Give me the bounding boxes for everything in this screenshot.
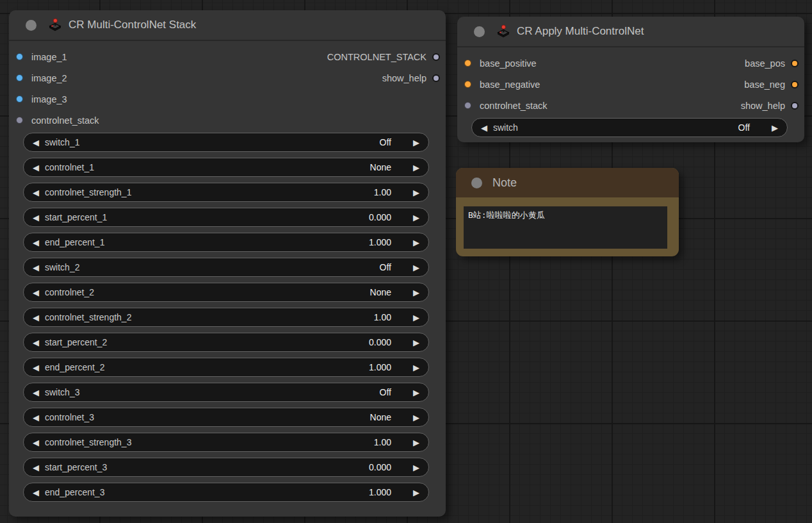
decrement-arrow-icon[interactable]: ◀ <box>33 238 39 247</box>
image-port-dot[interactable] <box>16 74 23 81</box>
widget-controlnet-strength-1[interactable]: ◀ controlnet_strength_1 1.00 ▶ <box>23 183 429 202</box>
conditioning-port-dot[interactable] <box>791 60 799 67</box>
joystick-icon <box>496 24 510 38</box>
stack-port-dot[interactable] <box>16 117 23 124</box>
output-port-controlnet-stack[interactable]: CONTROLNET_STACK <box>327 52 446 62</box>
output-port-base-pos[interactable]: base_pos <box>745 58 804 69</box>
increment-arrow-icon[interactable]: ▶ <box>413 363 419 372</box>
widget-controlnet-strength-2[interactable]: ◀ controlnet_strength_2 1.00 ▶ <box>23 308 429 327</box>
node-cr-apply-multi-controlnet[interactable]: CR Apply Multi-ControlNet base_positive … <box>457 17 804 142</box>
decrement-arrow-icon[interactable]: ◀ <box>33 163 39 172</box>
increment-arrow-icon[interactable]: ▶ <box>413 338 419 347</box>
input-port-controlnet-stack[interactable]: controlnet_stack <box>457 101 548 111</box>
widget-value: Off <box>380 137 391 147</box>
widget-label: controlnet_3 <box>45 412 370 422</box>
stack-port-dot[interactable] <box>464 102 471 109</box>
node-note[interactable]: Note B站:啦啦啦的小黄瓜 <box>456 168 679 256</box>
widget-label: end_percent_2 <box>45 362 369 372</box>
input-port-label: image_3 <box>31 94 67 104</box>
input-port-base-negative[interactable]: base_negative <box>457 79 540 90</box>
widget-controlnet-3[interactable]: ◀ controlnet_3 None ▶ <box>23 408 429 427</box>
widget-switch-3[interactable]: ◀ switch_3 Off ▶ <box>23 383 429 402</box>
increment-arrow-icon[interactable]: ▶ <box>413 188 419 197</box>
collapse-dot[interactable] <box>471 178 482 188</box>
input-port-controlnet-stack[interactable]: controlnet_stack <box>9 115 99 126</box>
input-port-image-2[interactable]: image_2 <box>9 73 67 83</box>
widget-start-percent-1[interactable]: ◀ start_percent_1 0.000 ▶ <box>23 208 429 227</box>
increment-arrow-icon[interactable]: ▶ <box>413 388 419 397</box>
increment-arrow-icon[interactable]: ▶ <box>413 288 419 297</box>
widget-value: None <box>370 287 391 297</box>
increment-arrow-icon[interactable]: ▶ <box>413 413 419 422</box>
decrement-arrow-icon[interactable]: ◀ <box>33 363 39 372</box>
node-title-text: Note <box>492 176 517 190</box>
ports-section: image_1 CONTROLNET_STACK image_2 show_he… <box>9 41 446 131</box>
node-titlebar[interactable]: CR Apply Multi-ControlNet <box>457 17 804 47</box>
output-port-base-neg[interactable]: base_neg <box>744 79 804 90</box>
decrement-arrow-icon[interactable]: ◀ <box>33 488 39 497</box>
increment-arrow-icon[interactable]: ▶ <box>413 238 419 247</box>
widget-controlnet-2[interactable]: ◀ controlnet_2 None ▶ <box>23 283 429 302</box>
stack-port-dot[interactable] <box>432 74 440 82</box>
port-row: image_2 show_help <box>9 67 446 88</box>
increment-arrow-icon[interactable]: ▶ <box>413 213 419 222</box>
increment-arrow-icon[interactable]: ▶ <box>413 313 419 322</box>
decrement-arrow-icon[interactable]: ◀ <box>33 213 39 222</box>
input-port-label: controlnet_stack <box>480 101 548 111</box>
widget-controlnet-1[interactable]: ◀ controlnet_1 None ▶ <box>23 158 429 177</box>
stack-port-dot[interactable] <box>432 53 440 61</box>
decrement-arrow-icon[interactable]: ◀ <box>481 124 487 132</box>
conditioning-port-dot[interactable] <box>464 81 471 88</box>
increment-arrow-icon[interactable]: ▶ <box>772 124 778 132</box>
widget-end-percent-1[interactable]: ◀ end_percent_1 1.000 ▶ <box>23 233 429 252</box>
decrement-arrow-icon[interactable]: ◀ <box>33 463 39 472</box>
stack-port-dot[interactable] <box>791 102 799 110</box>
decrement-arrow-icon[interactable]: ◀ <box>33 338 39 347</box>
decrement-arrow-icon[interactable]: ◀ <box>33 263 39 272</box>
widget-start-percent-2[interactable]: ◀ start_percent_2 0.000 ▶ <box>23 333 429 352</box>
decrement-arrow-icon[interactable]: ◀ <box>33 388 39 397</box>
increment-arrow-icon[interactable]: ▶ <box>413 488 419 497</box>
conditioning-port-dot[interactable] <box>464 60 471 67</box>
decrement-arrow-icon[interactable]: ◀ <box>33 138 39 147</box>
widget-end-percent-3[interactable]: ◀ end_percent_3 1.000 ▶ <box>23 483 429 502</box>
note-textarea[interactable]: B站:啦啦啦的小黄瓜 <box>464 206 667 249</box>
input-port-image-3[interactable]: image_3 <box>9 94 67 104</box>
widget-switch-1[interactable]: ◀ switch_1 Off ▶ <box>23 133 429 152</box>
widget-label: end_percent_1 <box>45 237 369 247</box>
decrement-arrow-icon[interactable]: ◀ <box>33 313 39 322</box>
input-port-base-positive[interactable]: base_positive <box>457 58 537 69</box>
increment-arrow-icon[interactable]: ▶ <box>413 163 419 172</box>
widget-label: controlnet_strength_2 <box>45 312 374 322</box>
decrement-arrow-icon[interactable]: ◀ <box>33 188 39 197</box>
increment-arrow-icon[interactable]: ▶ <box>413 138 419 147</box>
input-port-image-1[interactable]: image_1 <box>9 52 67 62</box>
increment-arrow-icon[interactable]: ▶ <box>413 438 419 447</box>
increment-arrow-icon[interactable]: ▶ <box>413 263 419 272</box>
joystick-icon <box>48 18 62 32</box>
widget-end-percent-2[interactable]: ◀ end_percent_2 1.000 ▶ <box>23 358 429 377</box>
widget-label: start_percent_3 <box>45 462 369 472</box>
increment-arrow-icon[interactable]: ▶ <box>413 463 419 472</box>
node-titlebar[interactable]: CR Multi-ControlNet Stack <box>9 10 446 41</box>
widget-start-percent-3[interactable]: ◀ start_percent_3 0.000 ▶ <box>23 458 429 477</box>
decrement-arrow-icon[interactable]: ◀ <box>33 413 39 422</box>
node-graph-canvas[interactable]: { "icons": { "left_arrow": "◀", "right_a… <box>0 0 812 523</box>
output-port-show-help[interactable]: show_help <box>382 73 446 83</box>
widget-controlnet-strength-3[interactable]: ◀ controlnet_strength_3 1.00 ▶ <box>23 433 429 452</box>
widget-switch-2[interactable]: ◀ switch_2 Off ▶ <box>23 258 429 277</box>
collapse-dot[interactable] <box>26 20 37 31</box>
port-row: image_1 CONTROLNET_STACK <box>9 46 446 67</box>
decrement-arrow-icon[interactable]: ◀ <box>33 288 39 297</box>
note-titlebar[interactable]: Note <box>456 168 679 197</box>
output-port-label: base_neg <box>744 79 785 90</box>
output-port-show-help[interactable]: show_help <box>741 101 804 111</box>
conditioning-port-dot[interactable] <box>791 81 799 88</box>
collapse-dot[interactable] <box>474 26 485 37</box>
node-cr-multi-controlnet-stack[interactable]: CR Multi-ControlNet Stack image_1 CONTRO… <box>9 10 446 517</box>
port-row: controlnet_stack show_help <box>457 95 804 116</box>
image-port-dot[interactable] <box>16 95 23 103</box>
widget-switch[interactable]: ◀ switch Off ▶ <box>471 118 788 137</box>
image-port-dot[interactable] <box>16 53 23 60</box>
decrement-arrow-icon[interactable]: ◀ <box>33 438 39 447</box>
